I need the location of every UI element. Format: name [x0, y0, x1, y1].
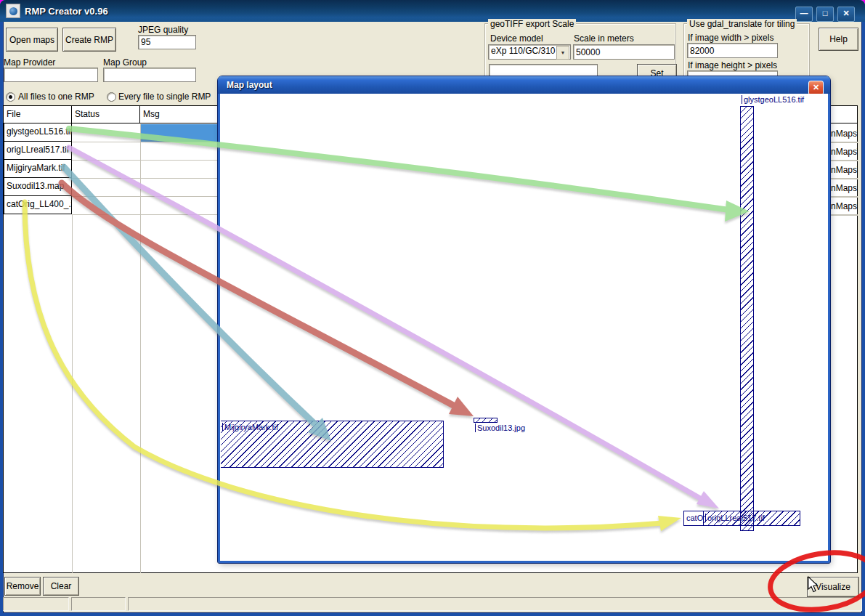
titlebar-buttons: — □ ✕ — [795, 7, 855, 22]
dialog-close-icon[interactable]: ✕ — [808, 81, 824, 95]
device-model-value: eXp 110/GC/310 — [491, 46, 556, 56]
table-row-file-4[interactable]: catOrig_LL400_.tif — [4, 196, 72, 214]
create-rmp-button[interactable]: Create RMP — [62, 28, 116, 52]
map-label-cat: catO — [685, 514, 703, 522]
grid-line — [72, 214, 73, 573]
window-title: RMP Creator v0.96 — [25, 6, 108, 17]
table-row-file-3[interactable]: Suxodil13.map — [4, 178, 72, 196]
image-height-label: If image height > pixels — [688, 60, 777, 70]
map-label-glystgeo: glystgeoLL516.tif — [742, 95, 804, 104]
map-label-suxodil: Suxodil13.jpg — [475, 423, 525, 432]
statusbar-panel-2 — [71, 597, 126, 611]
image-width-input[interactable] — [687, 43, 778, 58]
map-provider-label: Map Provider — [4, 57, 55, 68]
table-row-file-0[interactable]: glystgeoLL516.tif — [4, 123, 72, 142]
device-model-combobox[interactable]: eXp 110/GC/310 ▼ — [488, 44, 571, 60]
map-label-mijgirya: MijgiryaMark.tif — [222, 423, 278, 431]
open-maps-button[interactable]: Open maps — [6, 28, 58, 52]
device-model-label: Device model — [490, 33, 543, 44]
statusbar-panel-3 — [128, 597, 862, 611]
map-group-input[interactable] — [103, 68, 196, 82]
close-button[interactable]: ✕ — [837, 7, 855, 22]
geotiff-group-title: geoTIFF export Scale — [488, 19, 576, 29]
map-group-label: Map Group — [103, 57, 147, 68]
column-header-status[interactable]: Status — [72, 106, 140, 123]
dialog-titlebar[interactable]: Map layout — [218, 76, 830, 94]
map-rect-suxodil[interactable] — [474, 418, 498, 423]
radio-every-file-label: Every file to single RMP — [118, 92, 211, 102]
maximize-button[interactable]: □ — [816, 7, 834, 22]
scale-in-meters-input[interactable] — [573, 44, 675, 60]
table-row-file-2[interactable]: MijgiryaMark.tif — [4, 160, 72, 178]
table-row-path-1[interactable]: nMaps\ — [831, 143, 858, 161]
map-rect-cat[interactable]: catO — [683, 511, 704, 526]
dialog-title: Map layout — [227, 80, 272, 90]
image-width-label: If image width > pixels — [688, 33, 773, 43]
clear-button[interactable]: Clear — [43, 577, 79, 596]
map-layout-dialog: Map layout ✕ glystgeoLL516.tif MijgiryaM… — [218, 76, 830, 563]
statusbar-panel-1 — [3, 597, 69, 611]
map-provider-input[interactable] — [4, 68, 98, 82]
table-row-path-2[interactable]: nMaps\ — [831, 161, 858, 179]
scale-in-meters-label: Scale in meters — [574, 33, 634, 44]
column-header-path[interactable] — [829, 106, 857, 123]
map-label-origll: origLLreal517.tif — [705, 514, 765, 522]
table-row-file-1[interactable]: origLLreal517.tif — [4, 142, 72, 160]
visualize-button[interactable]: Visualize — [807, 577, 859, 597]
combo-dropdown-icon[interactable]: ▼ — [556, 46, 569, 60]
jpeg-quality-input[interactable] — [138, 35, 196, 49]
minimize-button[interactable]: — — [795, 7, 813, 22]
selected-msg-cell[interactable] — [141, 124, 219, 142]
radio-all-files-one-rmp[interactable] — [6, 92, 15, 102]
jpeg-quality-label: JPEG quality — [138, 25, 188, 35]
table-row-path-0[interactable]: nMaps\ — [831, 125, 858, 143]
screenshot-root: RMP Creator v0.96 — □ ✕ Open maps Create… — [0, 0, 865, 616]
table-row-path-4[interactable]: nMaps\ — [831, 198, 858, 216]
radio-every-file-single-rmp[interactable] — [107, 92, 116, 102]
table-row-path-3[interactable]: nMaps\ — [831, 179, 858, 198]
radio-all-files-label: All files to one RMP — [18, 92, 94, 102]
remove-button[interactable]: Remove — [4, 577, 41, 596]
map-rect-glystgeo[interactable] — [740, 106, 754, 531]
gdal-group-title: Use gdal_translate for tiling — [687, 19, 797, 29]
column-header-file[interactable]: File — [4, 106, 72, 123]
help-button[interactable]: Help — [819, 28, 858, 51]
map-layout-canvas: glystgeoLL516.tif MijgiryaMark.tif Suxod… — [221, 94, 827, 561]
app-icon — [6, 4, 20, 18]
grid-line — [140, 124, 141, 573]
